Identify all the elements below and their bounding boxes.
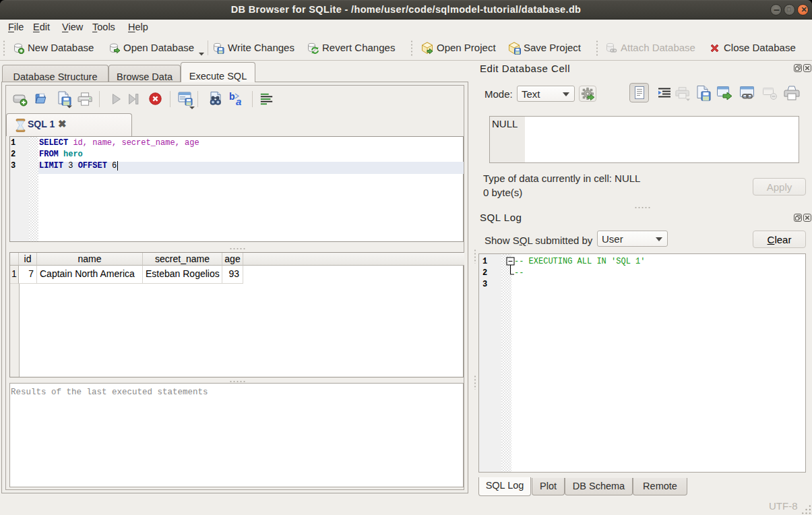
svg-text:b: b <box>229 91 235 102</box>
